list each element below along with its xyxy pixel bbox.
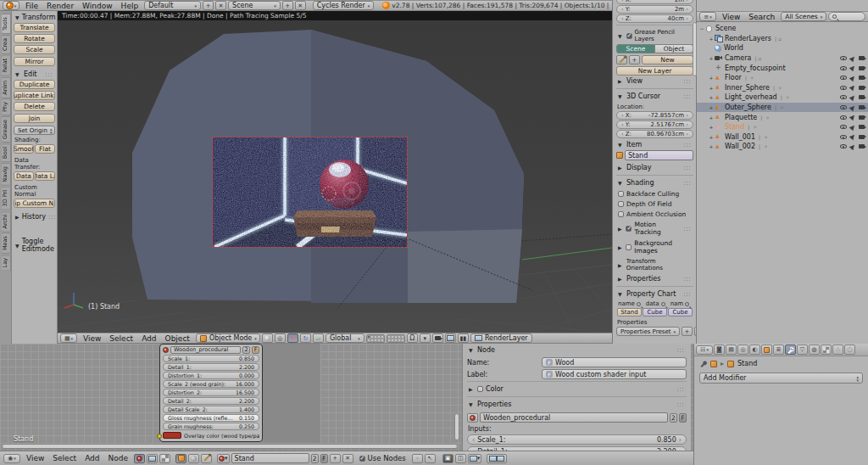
material-users-badge[interactable]: 2	[311, 454, 319, 463]
grease-draw-button[interactable]	[616, 55, 627, 64]
outliner-item-name[interactable]: Plaquette	[725, 114, 757, 121]
renderability-camera-icon[interactable]	[859, 135, 865, 139]
node-input-slider[interactable]: Detail_1: 2.200	[163, 363, 259, 371]
motion-tracking-checkbox[interactable]	[626, 226, 632, 232]
manipulator-rotate-icon[interactable]: ↻	[300, 333, 311, 343]
screen-layout-select[interactable]: Default▾	[144, 1, 201, 10]
visibility-eye-icon[interactable]	[840, 144, 847, 148]
viewport-menu-item[interactable]: View	[79, 334, 105, 343]
outliner-row[interactable]: + RenderLayers	[697, 34, 868, 44]
outliner-item-name[interactable]: Floor	[725, 74, 742, 81]
material-tab-icon[interactable]: ◍	[809, 345, 820, 355]
outliner-row[interactable]: − Scene	[697, 24, 868, 34]
outliner-row[interactable]: + Camera	[697, 53, 868, 64]
renderability-camera-icon[interactable]	[859, 125, 865, 129]
snap-element-button[interactable]: ◫	[455, 454, 466, 463]
render-layer-button[interactable]: RenderLayer	[470, 333, 532, 343]
outliner-row[interactable]: + Light_overhead	[697, 92, 868, 103]
tool-shelf-tab[interactable]: Navig	[2, 163, 11, 186]
selectability-cursor-icon[interactable]	[849, 84, 856, 91]
chart-column-header[interactable]: data	[646, 300, 665, 307]
chart-column-header[interactable]: name	[618, 300, 641, 307]
tool-shelf-tab[interactable]: Crea	[2, 35, 11, 54]
expander-icon[interactable]: +	[708, 55, 715, 61]
dimension-field[interactable]: ‹ Y: 2m ›	[616, 5, 693, 14]
shader-type-linestyle-button[interactable]	[159, 454, 170, 463]
object-shader-button[interactable]	[175, 454, 186, 463]
selectability-cursor-icon[interactable]	[849, 94, 856, 101]
visibility-eye-icon[interactable]	[840, 56, 847, 60]
increment-arrow-icon[interactable]: ›	[686, 15, 688, 22]
data-tab-icon[interactable]: ▽	[797, 345, 808, 355]
close-layout-button[interactable]: ✕	[215, 1, 226, 10]
renderability-camera-icon[interactable]	[859, 56, 865, 60]
node-id-name-field[interactable]: Wooden_procedural	[170, 346, 241, 354]
render-tab-icon[interactable]: ◙	[714, 345, 725, 355]
checkbox-icon[interactable]	[618, 191, 624, 197]
node-input-slider[interactable]: Scale_2 (wood grain): 16.000	[163, 380, 259, 388]
viewport-shading-button[interactable]	[262, 333, 273, 343]
editor-type-info-icon[interactable]	[3, 1, 19, 10]
outliner-item-name[interactable]: Empty_focuspoint	[725, 64, 786, 72]
outliner-row[interactable]: + Stand	[697, 122, 868, 132]
layers-widget-2[interactable]	[387, 334, 405, 343]
preset-add-button[interactable]: +	[682, 327, 693, 336]
decrement-arrow-icon[interactable]: ‹	[621, 0, 624, 3]
node-tree-id-field[interactable]: Wooden_procedural	[480, 412, 668, 423]
unlink-material-button[interactable]: ✕	[342, 454, 353, 463]
info-menu-item[interactable]: Window	[78, 2, 117, 10]
grease-new-button[interactable]: New	[642, 55, 693, 64]
color-swatch[interactable]	[163, 432, 181, 439]
texture-tab-icon[interactable]	[821, 345, 832, 355]
node-label-input[interactable]: FWood custom shader input	[542, 369, 687, 379]
display-filter-select[interactable]: All Scenes▾	[781, 12, 826, 21]
node-input-slider[interactable]: Gloss roughness (reflectivity): 0.150	[163, 414, 259, 422]
chart-cell-button[interactable]: Cube	[643, 308, 667, 317]
tool-shelf-tab[interactable]: Grease	[2, 116, 11, 143]
outliner-menu-item[interactable]: View	[718, 13, 744, 21]
outliner-row[interactable]: + Wall_001	[697, 132, 868, 143]
use-nodes-toggle[interactable]: Use Nodes	[359, 454, 406, 462]
item-name-field[interactable]: Stand	[625, 150, 693, 160]
grease-tab-scene[interactable]: Scene	[616, 44, 655, 53]
viewport-menu-item[interactable]: Object	[161, 334, 194, 343]
outliner-item-name[interactable]: Light_overhead	[725, 93, 777, 101]
users-count-badge[interactable]: 2	[242, 346, 250, 354]
node-editor-menu-item[interactable]: Select	[48, 454, 81, 462]
increment-arrow-icon[interactable]: ›	[686, 0, 688, 3]
info-menu-item[interactable]: File	[21, 2, 42, 10]
outliner-row[interactable]: + Plaquette	[697, 112, 868, 122]
shading-mode-button[interactable]: Flat	[35, 144, 55, 154]
node-color-input[interactable]: Overlay color (wood type/painted)	[163, 431, 259, 440]
3d-viewport[interactable]: Time:00:00.47 | Mem:27.88M, Peak:27.88M …	[58, 11, 612, 344]
increment-arrow-icon[interactable]: ›	[686, 112, 688, 119]
chart-cell-button[interactable]: Stand	[617, 308, 642, 317]
id-type-button[interactable]	[467, 413, 478, 423]
snap-toggle-button[interactable]: Ω	[407, 333, 418, 343]
opengl-render-button[interactable]	[432, 333, 443, 343]
visibility-eye-icon[interactable]	[840, 115, 847, 120]
shading-mode-button[interactable]: Smoot	[14, 144, 34, 154]
increment-arrow-icon[interactable]: ›	[679, 436, 682, 444]
cursor-coord-field[interactable]: ‹ Y: 2.51767cm ›	[616, 120, 693, 129]
fake-user-button[interactable]: F	[679, 413, 687, 423]
outliner-item-name[interactable]: Wall_002	[725, 143, 755, 150]
expander-icon[interactable]: +	[708, 115, 715, 120]
render-result-button[interactable]: ▾	[468, 454, 482, 463]
node-header[interactable]: Wooden_procedural 2 F	[163, 345, 259, 354]
node-editor-hscrollbar[interactable]	[2, 444, 458, 449]
outliner-item-name[interactable]: Wall_001	[725, 133, 755, 141]
material-browse-button[interactable]: ▾	[217, 454, 230, 463]
decrement-arrow-icon[interactable]: ‹	[472, 436, 475, 444]
edit-tool-button[interactable]: Duplicate Link...	[14, 91, 55, 100]
decrement-arrow-icon[interactable]: ‹	[621, 15, 624, 22]
display-panel-header[interactable]: ▶Display	[616, 162, 693, 173]
decrement-arrow-icon[interactable]: ‹	[621, 112, 624, 119]
expander-icon[interactable]: +	[708, 94, 715, 100]
editor-type-properties-icon[interactable]: ☷	[696, 345, 713, 355]
transform-tool-button[interactable]: Translate	[14, 23, 55, 32]
selectability-cursor-icon[interactable]	[849, 124, 856, 131]
layers-widget[interactable]	[366, 334, 385, 343]
selectability-cursor-icon[interactable]	[849, 75, 856, 81]
expander-icon[interactable]: +	[708, 124, 715, 130]
